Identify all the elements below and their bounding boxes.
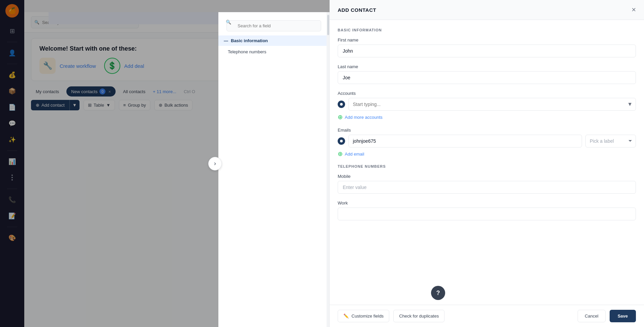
field-search-input[interactable] — [226, 20, 321, 31]
accounts-row: ▼ — [338, 98, 636, 111]
emails-group: Emails Pick a label ⊕ Add email — [338, 128, 636, 158]
add-email-button[interactable]: ⊕ Add email — [338, 150, 636, 158]
modal-close-button[interactable]: × — [632, 5, 636, 14]
email-radio[interactable] — [338, 137, 345, 145]
field-item-telephone[interactable]: Telephone numbers — [218, 46, 329, 58]
footer-right: Cancel Save — [578, 310, 636, 322]
work-group: Work — [338, 200, 636, 220]
last-name-label: Last name — [338, 64, 636, 69]
customize-fields-label: Customize fields — [351, 314, 384, 319]
cancel-button[interactable]: Cancel — [578, 310, 605, 322]
field-selector-panel: 🔍 — Basic information Telephone numbers — [218, 12, 330, 327]
account-dropdown-icon: ▼ — [627, 101, 633, 107]
last-name-input[interactable] — [338, 71, 636, 84]
modal-footer: ✏️ Customize fields Check for duplicates… — [330, 305, 644, 327]
footer-left: ✏️ Customize fields Check for duplicates — [338, 310, 444, 322]
first-name-input[interactable] — [338, 45, 636, 57]
emails-label: Emails — [338, 128, 636, 133]
add-contact-modal: ADD CONTACT × BASIC INFORMATION First na… — [330, 0, 644, 327]
accounts-input[interactable] — [348, 98, 636, 111]
panel-scrollbar — [327, 12, 329, 327]
accounts-group: Accounts ▼ ⊕ Add more accounts — [338, 91, 636, 121]
add-more-accounts-label: Add more accounts — [345, 115, 382, 120]
mobile-label: Mobile — [338, 174, 636, 179]
email-input[interactable] — [348, 135, 582, 147]
modal-body: BASIC INFORMATION First name Last name A… — [330, 20, 644, 305]
accounts-radio[interactable] — [338, 101, 345, 108]
modal-header: ADD CONTACT × — [330, 0, 644, 20]
email-label-select[interactable]: Pick a label — [585, 135, 636, 147]
field-selector-toggle[interactable]: › — [208, 157, 222, 170]
modal-title: ADD CONTACT — [338, 7, 376, 13]
save-label: Save — [618, 314, 628, 319]
save-button[interactable]: Save — [610, 310, 636, 322]
telephone-section-title: TELEPHONE NUMBERS — [338, 164, 636, 168]
pencil-icon: ✏️ — [343, 314, 349, 319]
check-duplicates-label: Check for duplicates — [399, 314, 439, 319]
panel-scrollbar-thumb — [327, 15, 329, 35]
first-name-group: First name — [338, 37, 636, 57]
email-row: Pick a label — [338, 135, 636, 147]
section-label: Basic information — [231, 38, 268, 43]
field-section-basic-info[interactable]: — Basic information — [218, 35, 329, 46]
work-label: Work — [338, 200, 636, 206]
help-button[interactable]: ? — [431, 286, 445, 300]
account-input-wrapper: ▼ — [348, 98, 636, 111]
mobile-group: Mobile — [338, 174, 636, 194]
mobile-input[interactable] — [338, 181, 636, 194]
accounts-label: Accounts — [338, 91, 636, 96]
cancel-label: Cancel — [585, 314, 598, 319]
last-name-group: Last name — [338, 64, 636, 84]
field-search-icon: 🔍 — [226, 20, 231, 25]
section-dash-icon: — — [224, 38, 228, 43]
add-email-label: Add email — [345, 152, 364, 157]
basic-info-section-title: BASIC INFORMATION — [338, 28, 636, 32]
customize-fields-button[interactable]: ✏️ Customize fields — [338, 310, 389, 322]
work-input[interactable] — [338, 208, 636, 220]
check-duplicates-button[interactable]: Check for duplicates — [393, 310, 444, 322]
add-email-plus-icon: ⊕ — [338, 150, 343, 158]
help-icon: ? — [436, 290, 440, 297]
add-more-accounts-button[interactable]: ⊕ Add more accounts — [338, 113, 636, 121]
add-accounts-plus-icon: ⊕ — [338, 113, 343, 121]
email-label-wrapper: Pick a label — [585, 135, 636, 147]
field-search-area: 🔍 — [218, 12, 329, 35]
field-panel-scroll: — Basic information Telephone numbers — [218, 35, 329, 327]
first-name-label: First name — [338, 37, 636, 43]
